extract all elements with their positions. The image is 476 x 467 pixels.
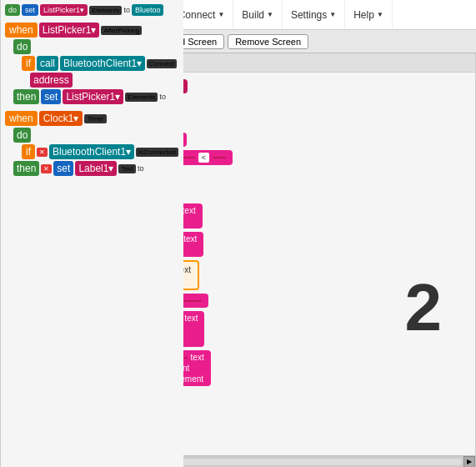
help-caret: ▼ [377, 11, 383, 18]
listpicker1-elements-label2: ListPicker1▾ [113, 89, 123, 104]
right-blocks-area: do set ListPicker1▾ Elements to Bluetoo … [113, 73, 179, 183]
then-row2: then ✕ set Label1▾ Text to [113, 161, 179, 176]
compare-input2 [213, 157, 226, 158]
when-listpicker-group: when ListPicker1▾ AfterPicking do if cal… [113, 73, 179, 104]
text-prop-label: Text [118, 164, 136, 173]
contains-text-word: text [183, 234, 197, 244]
split-spaces-input [182, 300, 202, 302]
to-label3: to [138, 164, 144, 173]
nav-help[interactable]: Help▼ [345, 0, 393, 29]
text-word: text [183, 206, 196, 215]
compare-operator[interactable]: < [198, 153, 209, 163]
address-row: address [113, 73, 179, 88]
to-label2: to [159, 93, 166, 101]
viewer-panel: Viewer A text string ⊕ join [113, 53, 476, 467]
isconnected-label: IsConnected [136, 148, 178, 157]
replace-text-word: text [191, 353, 204, 362]
big-number: 2 [405, 269, 443, 346]
build-caret: ▼ [267, 11, 273, 18]
nav-settings[interactable]: Settings▼ [283, 0, 345, 29]
scroll-right-button[interactable]: ▶ [463, 456, 475, 468]
elements-label2: Elements [125, 93, 158, 102]
settings-caret: ▼ [329, 11, 336, 18]
then-row: then set ListPicker1▾ Elements to [113, 89, 179, 104]
label1-text-label: Label1▾ [113, 161, 117, 176]
segment-text-word: text [184, 314, 198, 323]
when-clock-row: when Clock1▾ Timer [113, 111, 179, 126]
connect-caret: ▼ [218, 11, 224, 18]
remove-screen-button[interactable]: Remove Screen [228, 34, 308, 49]
nav-build[interactable]: Build▼ [233, 0, 283, 29]
bt-client1-label: BluetoothClient1▾ [113, 144, 134, 159]
right-canvas: do set ListPicker1▾ Elements to Bluetoo … [113, 73, 183, 467]
do-row2: do [113, 128, 179, 143]
when-clock-group: when Clock1▾ Timer do if ✕ BluetoothClie… [113, 111, 179, 176]
compare-input1 [182, 157, 195, 158]
if-bt-row: if ✕ BluetoothClient1▾ IsConnected [113, 144, 179, 159]
viewer-main: A text string ⊕ join length [113, 73, 475, 467]
main-layout: Blocks ▼ Built-in Control Logic Math Te [0, 53, 476, 467]
